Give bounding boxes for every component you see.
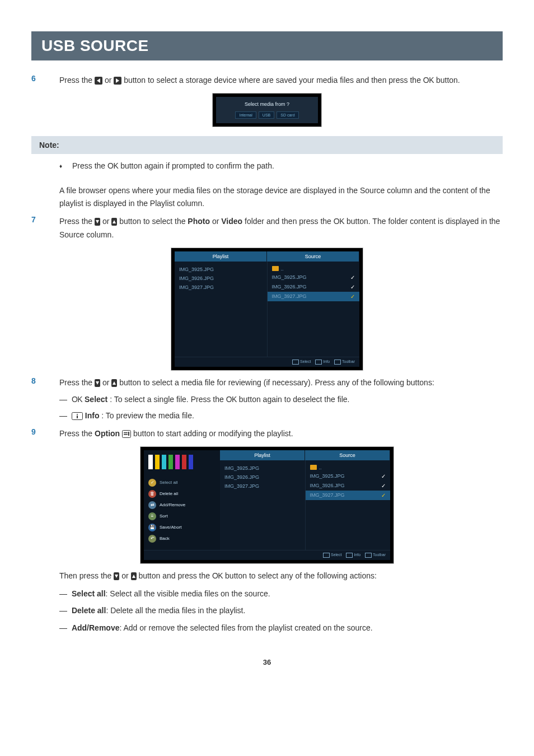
column-header-source: Source (305, 450, 390, 460)
playlist-source-screenshot: Playlist Source IMG_3925.JPG IMG_3926.JP… (171, 248, 363, 371)
page-title: USB SOURCE (31, 31, 503, 60)
left-arrow-icon (95, 77, 102, 85)
text-bold: Video (221, 217, 242, 226)
right-arrow-icon (114, 77, 121, 85)
playlist-column: IMG_3925.JPG IMG_3926.JPG IMG_3927.JPG (220, 460, 306, 550)
menu-item-sort: ≡Sort (148, 511, 216, 522)
dialog-tab-usb: USB (259, 111, 274, 119)
text: button. (436, 76, 460, 85)
up-arrow-icon (111, 218, 117, 226)
check-icon: ✓ (381, 492, 386, 498)
step-9: 9 Press the Option button to start addin… (31, 427, 503, 441)
key-icon (334, 360, 341, 365)
text: or (121, 571, 130, 580)
text-bold: Select all (72, 589, 106, 598)
action-list: ― Select all: Select all the visible med… (59, 586, 503, 636)
key-icon (365, 553, 372, 558)
key-icon (315, 360, 322, 365)
svg-rect-10 (124, 432, 128, 433)
column-header-playlist: Playlist (175, 251, 267, 262)
text-bold: Add/Remove (72, 623, 120, 632)
info-button-icon (72, 412, 83, 420)
step-9-body: Press the Option button to start adding … (59, 427, 503, 441)
check-icon: ✓ (381, 483, 386, 489)
text-bold: Option (95, 429, 120, 438)
menu-item-add-remove: ⇄Add/Remove (148, 500, 216, 511)
ok-label: OK (107, 161, 118, 170)
text: Press the (59, 429, 95, 438)
ok-label: OK (226, 395, 237, 404)
check-icon: ✓ (350, 274, 355, 281)
text: or (212, 217, 221, 226)
folder-icon (310, 465, 317, 470)
list-item: IMG_3925.JPG (179, 265, 263, 274)
menu-item-select-all: ✓Select all (148, 477, 216, 488)
text-bold: Info (85, 411, 100, 420)
select-all-icon: ✓ (148, 479, 156, 487)
list-item: IMG_3927.JPG (179, 283, 263, 292)
ok-label: OK (423, 76, 434, 85)
options-sidebar: ✓Select all 🗑Delete all ⇄Add/Remove ≡Sor… (144, 450, 220, 550)
text: : To select a single file. Press the (110, 395, 226, 404)
text: button to select a media file for review… (119, 378, 434, 387)
text: Then press the (59, 571, 114, 580)
swap-icon: ⇄ (148, 501, 156, 509)
text: button again to deselect the file. (239, 395, 350, 404)
folder-up: .. (272, 265, 355, 273)
step-8: 8 Press the or button to select a media … (31, 376, 503, 423)
list-item: IMG_3926.JPG (224, 473, 301, 482)
text: button to start adding or modifying the … (133, 429, 293, 438)
text: Press the (59, 76, 95, 85)
text: button to select a storage device where … (124, 76, 423, 85)
folder-up: .. (310, 464, 386, 472)
footer-hints: Select Info Toolbar (144, 550, 390, 560)
down-arrow-icon (95, 218, 100, 226)
back-icon: ↶ (148, 535, 156, 543)
step-7: 7 Press the or button to select the Phot… (31, 215, 503, 242)
step-6: 6 Press the or button to select a storag… (31, 74, 503, 87)
step-9-num: 9 (31, 427, 59, 436)
step-8-num: 8 (31, 376, 59, 385)
text: or (102, 378, 111, 387)
text: button to select the (119, 217, 188, 226)
text-bold: Photo (188, 217, 210, 226)
note-body: Press the OK button again if prompted to… (31, 154, 503, 180)
text: or (102, 217, 111, 226)
text-bold: Delete all (72, 606, 106, 615)
text: button to select any of the following ac… (225, 571, 377, 580)
svg-point-7 (77, 414, 78, 415)
list-item: IMG_3925.JPG✓ (272, 273, 355, 282)
text-bold: Select (85, 395, 107, 404)
options-menu-screenshot: ✓Select all 🗑Delete all ⇄Add/Remove ≡Sor… (140, 446, 394, 564)
svg-rect-12 (128, 432, 129, 436)
text: : Delete all the media files in the play… (106, 606, 245, 615)
down-arrow-icon (95, 379, 100, 387)
step-8-body: Press the or button to select a media fi… (59, 376, 503, 423)
text: Press the (59, 217, 95, 226)
list-item-selected: IMG_3927.JPG✓ (306, 491, 391, 500)
column-header-source: Source (267, 251, 359, 262)
paragraph: Then press the or button and press the O… (59, 570, 503, 583)
step-6-num: 6 (31, 74, 59, 83)
text: folder and then press the (245, 217, 334, 226)
step-6-body: Press the or button to select a storage … (59, 74, 503, 87)
dialog-title: Select media from ? (219, 101, 315, 107)
list-item: IMG_3926.JPG✓ (310, 481, 386, 491)
sort-icon: ≡ (148, 512, 156, 520)
key-icon (346, 553, 353, 558)
dialog-tab-sdcard: SD card (277, 111, 298, 119)
select-media-dialog-screenshot: Select media from ? Internal USB SD card (212, 93, 322, 127)
footer-hints: Select Info Toolbar (175, 357, 359, 367)
menu-item-save-abort: 💾Save/Abort (148, 522, 216, 533)
menu-item-delete-all: 🗑Delete all (148, 488, 216, 500)
trash-icon: 🗑 (148, 490, 156, 498)
ok-label: OK (72, 395, 82, 404)
text: : Select all the visible media files on … (106, 589, 270, 598)
menu-item-back: ↶Back (148, 533, 216, 544)
text: Press the (59, 378, 95, 387)
list-item: IMG_3927.JPG (224, 482, 301, 491)
dialog-tab-internal: Internal (235, 111, 256, 119)
list-item: IMG_3926.JPG✓ (272, 282, 355, 292)
list-item: IMG_3926.JPG (179, 274, 263, 283)
source-column: .. IMG_3925.JPG✓ IMG_3926.JPG✓ IMG_3927.… (268, 262, 360, 357)
